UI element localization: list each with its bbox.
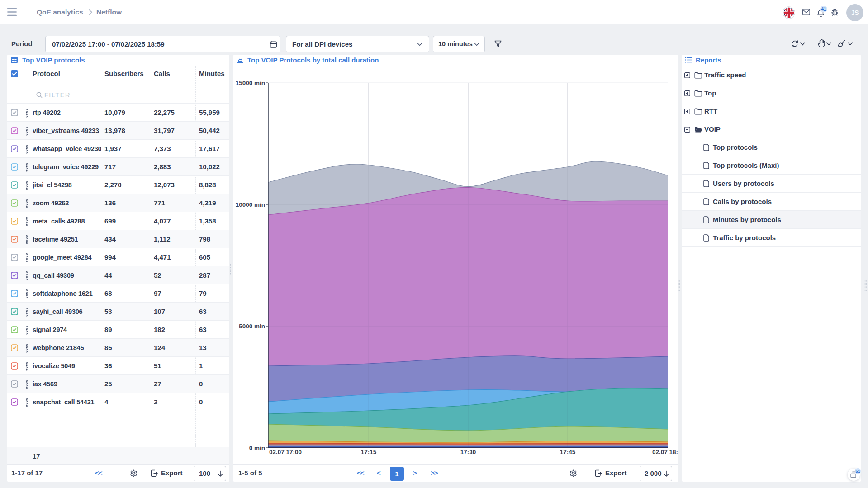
svg-text:5000 min: 5000 min (239, 323, 265, 330)
svg-text:02.07 18:00: 02.07 18:00 (652, 449, 678, 455)
svg-text:17:30: 17:30 (460, 449, 476, 455)
svg-text:02.07 17:00: 02.07 17:00 (269, 449, 302, 455)
svg-text:0 min: 0 min (249, 445, 265, 451)
svg-text:10000 min: 10000 min (236, 201, 265, 208)
svg-text:17:15: 17:15 (361, 449, 377, 455)
svg-text:17:45: 17:45 (560, 449, 576, 455)
svg-text:15000 min: 15000 min (236, 80, 265, 86)
